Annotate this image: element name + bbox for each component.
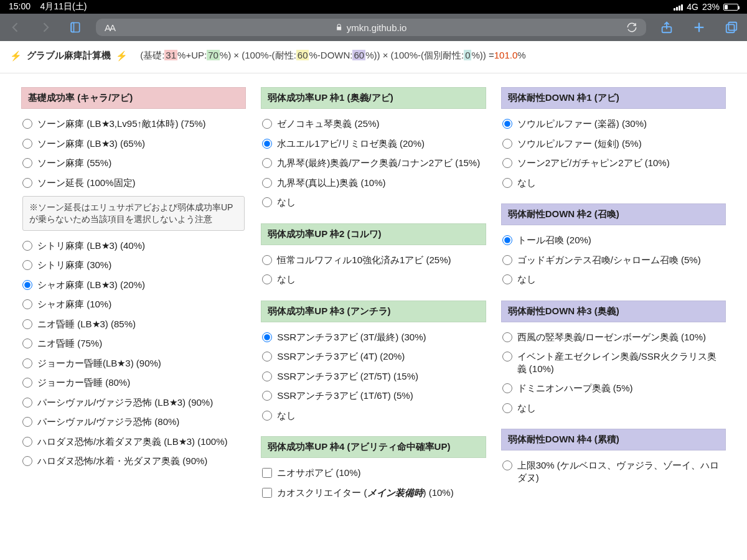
radio-input[interactable] xyxy=(22,158,32,168)
reload-button[interactable] xyxy=(626,22,637,33)
radio-input[interactable] xyxy=(502,403,512,413)
share-button[interactable] xyxy=(657,21,676,34)
new-tab-button[interactable] xyxy=(690,21,708,34)
radio-label: ソウルピルファー (短剣) (5%) xyxy=(517,138,642,150)
radio-input[interactable] xyxy=(262,332,272,342)
radio-input[interactable] xyxy=(22,398,32,408)
radio-option[interactable]: イベント産エゼクレイン奥義/SSR火クラリス奥義 (10%) xyxy=(501,347,726,378)
radio-input[interactable] xyxy=(262,411,272,421)
radio-input[interactable] xyxy=(22,417,32,427)
radio-input[interactable] xyxy=(502,352,512,362)
radio-option[interactable]: ソーン麻痺 (LB★3) (65%) xyxy=(21,134,246,154)
radio-option[interactable]: ソウルピルファー (短剣) (5%) xyxy=(501,134,726,154)
radio-option[interactable]: ソウルピルファー (楽器) (30%) xyxy=(501,114,726,134)
radio-input[interactable] xyxy=(22,299,32,309)
radio-input[interactable] xyxy=(22,319,32,329)
radio-input[interactable] xyxy=(262,371,272,381)
back-button[interactable] xyxy=(6,21,25,34)
radio-option[interactable]: ゼノコキュ琴奥義 (25%) xyxy=(261,114,486,134)
signal-icon xyxy=(674,4,683,11)
radio-input[interactable] xyxy=(22,139,32,149)
radio-option[interactable]: ドミニオンハープ奥義 (5%) xyxy=(501,378,726,398)
bookmarks-button[interactable] xyxy=(66,21,85,34)
radio-option[interactable]: ニオ昏睡 (75%) xyxy=(21,334,246,353)
radio-input[interactable] xyxy=(262,391,272,401)
radio-option[interactable]: ジョーカー昏睡(LB★3) (90%) xyxy=(21,353,246,373)
checkbox-input[interactable] xyxy=(262,488,272,498)
radio-option[interactable]: ソーン2アビ/ガチャピン2アビ (10%) xyxy=(501,153,726,173)
radio-option[interactable]: ニオ昏睡 (LB★3) (85%) xyxy=(21,314,246,334)
radio-input[interactable] xyxy=(262,255,272,265)
radio-input[interactable] xyxy=(502,255,512,265)
radio-option[interactable]: ハロダヌ恐怖/水着ダヌア奥義 (LB★3) (100%) xyxy=(21,432,246,452)
radio-option[interactable]: ハロダヌ恐怖/水着・光ダヌア奥義 (90%) xyxy=(21,451,246,471)
radio-option[interactable]: 九界琴(最終)奥義/アーク奥義/コナン2アビ (15%) xyxy=(261,153,486,173)
radio-input[interactable] xyxy=(502,274,512,284)
radio-input[interactable] xyxy=(262,197,272,207)
radio-option[interactable]: なし xyxy=(261,269,486,289)
radio-option[interactable]: 水ユエル1アビ/リミロゼ奥義 (20%) xyxy=(261,134,486,154)
radio-option[interactable]: ジョーカー昏睡 (80%) xyxy=(21,373,246,393)
radio-option[interactable]: シトリ麻痺 (LB★3) (40%) xyxy=(21,236,246,256)
battery-icon xyxy=(723,4,738,11)
radio-input[interactable] xyxy=(22,437,32,447)
radio-input[interactable] xyxy=(502,119,512,129)
radio-option[interactable]: なし xyxy=(501,269,726,289)
radio-input[interactable] xyxy=(262,178,272,188)
radio-input[interactable] xyxy=(502,332,512,342)
radio-option[interactable]: 上限30% (ケルベロス、ヴァジラ、ゾーイ、ハロダヌ) xyxy=(501,455,726,487)
forward-button[interactable] xyxy=(36,21,55,34)
radio-input[interactable] xyxy=(22,456,32,466)
radio-option[interactable]: トール召喚 (20%) xyxy=(501,230,726,250)
radio-input[interactable] xyxy=(22,280,32,290)
address-bar[interactable]: AA ymkn.github.io xyxy=(96,19,646,36)
checkbox-option[interactable]: カオスクリエイター (メイン装備時) (10%) xyxy=(261,483,486,503)
radio-input[interactable] xyxy=(22,241,32,251)
radio-option[interactable]: なし xyxy=(261,192,486,212)
radio-option[interactable]: シャオ麻痺 (LB★3) (20%) xyxy=(21,275,246,295)
reader-aa-button[interactable]: AA xyxy=(105,22,115,33)
radio-input[interactable] xyxy=(262,274,272,284)
radio-label: パーシヴァル/ヴァジラ恐怖 (LB★3) (90%) xyxy=(37,396,213,409)
radio-option[interactable]: 恒常コルワフィル10強化済み1アビ (25%) xyxy=(261,250,486,270)
radio-option[interactable]: ゴッドギガンテス召喚/シャローム召喚 (5%) xyxy=(501,250,726,270)
radio-input[interactable] xyxy=(262,352,272,362)
radio-input[interactable] xyxy=(502,383,512,393)
radio-input[interactable] xyxy=(22,119,32,129)
radio-option[interactable]: ソーン麻痺 (LB★3,Lv95↑敵1体時) (75%) xyxy=(21,114,246,134)
radio-option[interactable]: ソーン麻痺 (55%) xyxy=(21,153,246,173)
radio-input[interactable] xyxy=(502,235,512,245)
radio-input[interactable] xyxy=(22,358,32,368)
radio-option[interactable]: 九界琴(真以上)奥義 (10%) xyxy=(261,173,486,193)
checkbox-label: カオスクリエイター (メイン装備時) (10%) xyxy=(277,487,453,499)
radio-option[interactable]: パーシヴァル/ヴァジラ恐怖 (LB★3) (90%) xyxy=(21,393,246,413)
radio-input[interactable] xyxy=(262,139,272,149)
radio-label: ゼノコキュ琴奥義 (25%) xyxy=(277,118,379,130)
radio-input[interactable] xyxy=(262,119,272,129)
radio-input[interactable] xyxy=(22,178,32,188)
radio-option[interactable]: なし xyxy=(501,398,726,418)
radio-option[interactable]: SSRアンチラ3アビ (2T/5T) (15%) xyxy=(261,366,486,386)
radio-option[interactable]: なし xyxy=(261,406,486,426)
radio-input[interactable] xyxy=(502,158,512,168)
radio-option[interactable]: なし xyxy=(501,173,726,193)
radio-option[interactable]: 西風の竪琴奥義/ローゼンボーゲン奥義 (10%) xyxy=(501,327,726,347)
radio-option[interactable]: シャオ麻痺 (10%) xyxy=(21,294,246,314)
checkbox-option[interactable]: ニオサポアビ (10%) xyxy=(261,463,486,483)
radio-option[interactable]: SSRアンチラ3アビ (1T/6T) (5%) xyxy=(261,386,486,406)
radio-input[interactable] xyxy=(502,178,512,188)
radio-option[interactable]: パーシヴァル/ヴァジラ恐怖 (80%) xyxy=(21,412,246,432)
checkbox-input[interactable] xyxy=(262,468,272,478)
radio-input[interactable] xyxy=(22,338,32,348)
radio-input[interactable] xyxy=(22,260,32,270)
radio-option[interactable]: シトリ麻痺 (30%) xyxy=(21,255,246,275)
radio-option[interactable]: SSRアンチラ3アビ (4T) (20%) xyxy=(261,347,486,366)
radio-label: ハロダヌ恐怖/水着・光ダヌア奥義 (90%) xyxy=(37,455,207,467)
radio-input[interactable] xyxy=(262,158,272,168)
radio-input[interactable] xyxy=(502,460,512,470)
radio-option[interactable]: SSRアンチラ3アビ (3T/最終) (30%) xyxy=(261,327,486,347)
radio-input[interactable] xyxy=(22,378,32,388)
radio-option[interactable]: ソーン延長 (100%固定) xyxy=(21,173,246,193)
radio-input[interactable] xyxy=(502,139,512,149)
tabs-button[interactable] xyxy=(722,21,741,34)
